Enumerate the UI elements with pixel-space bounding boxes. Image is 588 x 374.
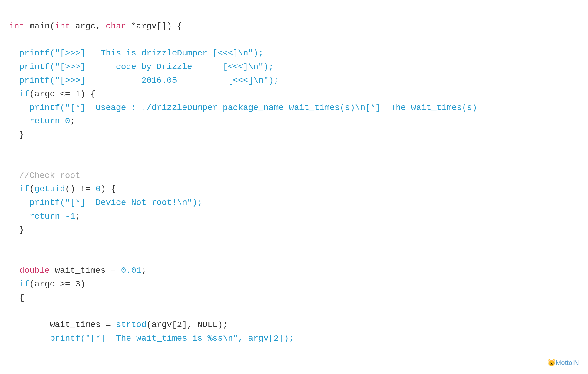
- code-token: int: [9, 22, 24, 31]
- code-token: printf: [9, 76, 50, 85]
- code-line: }: [9, 128, 579, 142]
- motto-logo: 🐱MottoIN: [547, 357, 579, 368]
- code-token: 0.01: [121, 266, 141, 275]
- code-token: argc,: [70, 22, 106, 31]
- motto-icon: 🐱: [547, 359, 556, 366]
- code-token: }: [9, 225, 24, 235]
- code-line: [9, 142, 579, 155]
- code-token: -1: [65, 212, 75, 221]
- code-token: if: [9, 279, 29, 289]
- code-token: main(: [24, 22, 55, 31]
- code-line: [9, 305, 579, 319]
- code-token: }: [9, 130, 24, 139]
- code-line: //Check root: [9, 169, 579, 183]
- code-token: if: [9, 89, 29, 99]
- code-token: wait_times =: [50, 266, 121, 275]
- code-token: printf: [9, 198, 60, 207]
- code-token: ("[>>>] This is drizzleDumper [<<<]\n");: [50, 48, 263, 58]
- code-line: printf("[>>>] This is drizzleDumper [<<<…: [9, 47, 579, 60]
- code-token: getuid: [35, 184, 65, 194]
- code-token: ("[*] Device Not root!\n");: [60, 198, 202, 207]
- code-token: int: [55, 22, 70, 31]
- code-token: (argc <= 1) {: [29, 89, 95, 99]
- code-line: printf("[>>>] code by Drizzle [<<<]\n");: [9, 60, 579, 74]
- code-token: (argv[2], NULL);: [147, 320, 228, 329]
- code-token: *argv[]) {: [126, 22, 182, 31]
- code-token: printf: [9, 62, 50, 72]
- code-line: return -1;: [9, 210, 579, 223]
- code-line: printf("[*] Useage : ./drizzleDumper pac…: [9, 101, 579, 115]
- code-token: (argc >= 3): [29, 279, 85, 289]
- code-token: //Check root: [9, 171, 80, 180]
- code-line: if(argc <= 1) {: [9, 88, 579, 101]
- code-token: printf: [9, 48, 50, 58]
- code-token: char: [106, 22, 126, 31]
- code-token: if: [9, 184, 29, 194]
- code-line: printf("[>>>] 2016.05 [<<<]\n");: [9, 74, 579, 88]
- code-line: [9, 237, 579, 251]
- code-display: int main(int argc, char *argv[]) { print…: [9, 6, 579, 346]
- code-token: ;: [70, 116, 75, 126]
- code-line: if(getuid() != 0) {: [9, 182, 579, 196]
- code-token: ("[>>>] code by Drizzle [<<<]\n");: [50, 62, 273, 72]
- code-token: 0: [65, 116, 70, 126]
- code-token: strtod: [116, 320, 147, 329]
- code-token: ("[*] The wait_times is %ss\n", argv[2])…: [80, 334, 294, 343]
- code-token: wait_times =: [9, 320, 116, 329]
- motto-text: MottoIN: [556, 359, 579, 366]
- code-token: double: [9, 266, 50, 275]
- code-token: ("[>>>] 2016.05 [<<<]\n");: [50, 76, 279, 85]
- code-line: [9, 33, 579, 47]
- code-token: ("[*] Useage : ./drizzleDumper package_n…: [60, 103, 477, 112]
- code-line: printf("[*] Device Not root!\n");: [9, 196, 579, 210]
- code-token: return: [9, 212, 65, 221]
- code-token: () !=: [65, 184, 96, 194]
- code-token: ;: [141, 266, 147, 275]
- code-line: int main(int argc, char *argv[]) {: [9, 20, 579, 33]
- code-line: wait_times = strtod(argv[2], NULL);: [9, 318, 579, 332]
- code-line: {: [9, 291, 579, 305]
- code-line: printf("[*] The wait_times is %ss\n", ar…: [9, 332, 579, 346]
- code-line: return 0;: [9, 115, 579, 128]
- code-token: (: [29, 184, 35, 194]
- code-line: [9, 250, 579, 264]
- code-token: printf: [9, 103, 60, 112]
- code-token: return: [9, 116, 65, 126]
- code-token: 0: [96, 184, 101, 194]
- code-line: }: [9, 223, 579, 237]
- code-line: double wait_times = 0.01;: [9, 264, 579, 278]
- code-token: ;: [75, 212, 80, 221]
- code-token: printf: [9, 334, 80, 343]
- code-line: [9, 155, 579, 169]
- code-token: ) {: [101, 184, 116, 194]
- code-line: if(argc >= 3): [9, 278, 579, 291]
- code-token: {: [9, 293, 24, 302]
